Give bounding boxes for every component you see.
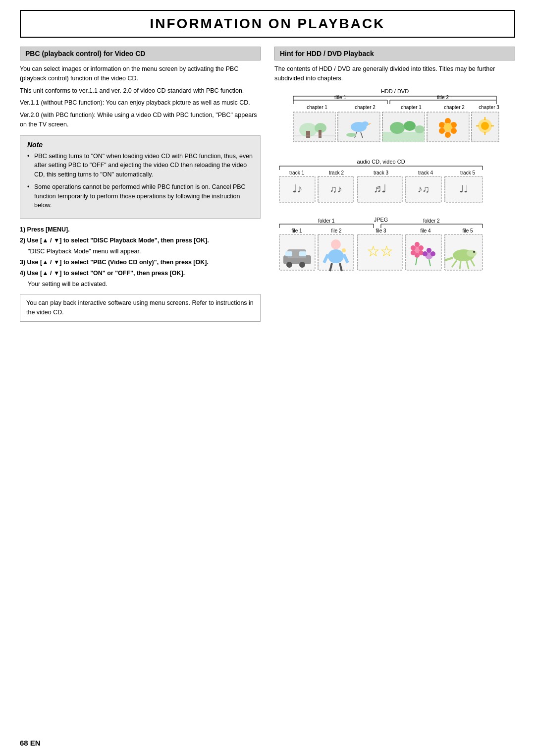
svg-point-40 [439,128,445,134]
svg-point-41 [451,128,457,134]
left-column: PBC (playback control) for Video CD You … [20,47,261,322]
svg-text:file 1: file 1 [291,228,302,233]
pbc-paragraph-1: You can select images or information on … [20,64,261,83]
jpeg-diagram: JPEG folder 1 folder 2 file 1 file 2 fil… [274,216,515,277]
svg-text:track 4: track 4 [418,170,433,175]
svg-point-34 [415,125,425,133]
svg-point-46 [481,122,489,130]
svg-rect-31 [382,132,425,142]
svg-point-43 [444,123,452,131]
svg-text:♫♪: ♫♪ [330,183,342,194]
svg-point-113 [419,245,424,250]
svg-text:chapter 2: chapter 2 [444,105,465,110]
svg-point-106 [342,248,346,252]
svg-point-29 [346,133,356,137]
jpeg-svg: JPEG folder 1 folder 2 file 1 file 2 fil… [274,216,487,275]
svg-text:file 3: file 3 [375,228,386,233]
svg-text:JPEG: JPEG [374,217,388,223]
svg-point-116 [415,253,420,258]
svg-point-112 [411,245,416,250]
svg-point-95 [286,262,292,268]
svg-text:track 2: track 2 [329,170,344,175]
svg-point-126 [473,251,475,253]
hdd-dvd-svg: HDD / DVD title 1 title 2 [274,86,515,151]
pbc-paragraph-3: Ver.1.1 (without PBC function): You can … [20,98,261,108]
svg-text:♬♩: ♬♩ [374,182,387,195]
svg-text:audio CD, video CD: audio CD, video CD [357,159,405,165]
page-title: INFORMATION ON PLAYBACK [20,10,515,38]
two-column-layout: PBC (playback control) for Video CD You … [20,47,515,322]
svg-rect-21 [319,130,321,138]
svg-text:track 3: track 3 [374,170,388,175]
svg-text:title 2: title 2 [437,95,449,100]
pbc-paragraph-2: This unit conforms to ver.1.1 and ver. 2… [20,86,261,96]
note-box: Note PBC setting turns to "ON" when load… [20,135,261,219]
svg-point-96 [299,262,305,268]
svg-rect-97 [285,251,292,256]
audio-cd-diagram: audio CD, video CD track 1 track 2 track… [274,158,515,209]
note-title: Note [27,141,253,149]
svg-line-129 [460,261,461,269]
note-list: PBC setting turns to "ON" when loading v… [27,152,253,211]
svg-rect-19 [306,131,310,138]
page-number: 68 EN [20,739,41,747]
svg-point-25 [362,121,369,126]
svg-text:HDD / DVD: HDD / DVD [381,88,409,94]
step-2: 2) Use [▲ / ▼] to select "DISC Playback … [20,235,261,245]
svg-text:file 5: file 5 [462,228,473,233]
step-1: 1) Press [MENU]. [20,225,261,234]
svg-point-125 [467,250,477,257]
svg-text:chapter 1: chapter 1 [307,105,327,110]
svg-point-119 [423,251,428,256]
info-box: You can play back interactive software u… [20,294,261,322]
svg-text:folder 2: folder 2 [423,218,440,224]
svg-text:♩♪: ♩♪ [292,182,303,195]
step-2-note: "DISC Playback Mode" menu will appear. [20,246,261,256]
svg-text:file 2: file 2 [331,228,342,233]
hdd-intro: The contents of HDD / DVD are generally … [274,64,515,83]
hdd-section-header: Hint for HDD / DVD Playback [274,47,515,60]
svg-point-42 [445,132,451,138]
hdd-dvd-diagram: HDD / DVD title 1 title 2 [274,86,515,151]
svg-text:☆☆: ☆☆ [367,243,393,259]
svg-text:folder 1: folder 1 [318,218,335,224]
svg-text:file 4: file 4 [420,228,431,233]
svg-text:title 1: title 1 [334,95,346,100]
step-4: 4) Use [▲ / ▼] to select "ON" or "OFF", … [20,268,261,278]
svg-point-33 [404,121,416,131]
page: INFORMATION ON PLAYBACK PBC (playback co… [0,0,535,756]
svg-point-111 [415,242,420,247]
audio-cd-svg: audio CD, video CD track 1 track 2 track… [274,158,487,207]
svg-point-118 [427,248,431,253]
svg-point-32 [390,122,405,134]
svg-text:track 1: track 1 [289,170,304,175]
svg-rect-98 [299,251,306,256]
note-item-1: PBC setting turns to "ON" when loading v… [27,152,253,179]
pbc-paragraph-4: Ver.2.0 (with PBC function): While using… [20,111,261,129]
step-4-note: Your setting will be activated. [20,279,261,289]
svg-text:♪♫: ♪♫ [418,183,430,194]
svg-text:♩♩: ♩♩ [459,183,468,194]
note-item-2: Some operations cannot be performed whil… [27,182,253,210]
step-3: 3) Use [▲ / ▼] to select "PBC (Video CD … [20,257,261,267]
svg-point-120 [430,251,435,256]
svg-text:chapter 3: chapter 3 [479,105,499,110]
svg-text:chapter 2: chapter 2 [355,105,375,110]
steps: 1) Press [MENU]. 2) Use [▲ / ▼] to selec… [20,225,261,289]
right-column: Hint for HDD / DVD Playback The contents… [274,47,515,322]
svg-point-101 [328,249,344,263]
svg-text:track 5: track 5 [460,170,475,175]
svg-point-100 [331,239,341,249]
svg-text:chapter 1: chapter 1 [401,105,422,110]
pbc-section-header: PBC (playback control) for Video CD [20,47,261,60]
